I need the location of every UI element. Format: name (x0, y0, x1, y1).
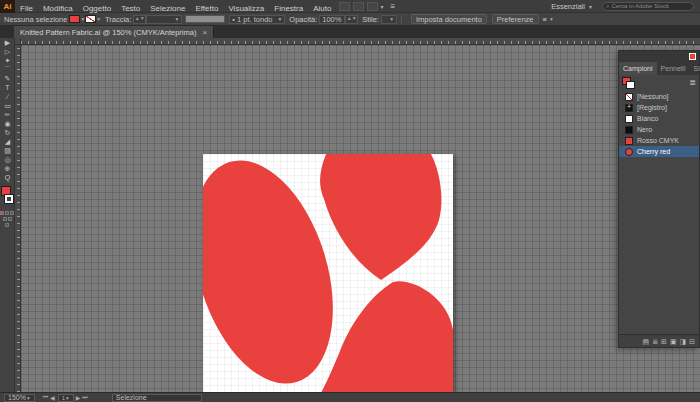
swatch-row[interactable]: Cherry red (619, 146, 699, 157)
screen-mode-button[interactable] (0, 223, 14, 227)
variable-width-profile-dropdown[interactable] (185, 15, 225, 23)
preferences-button[interactable]: Preferenze (492, 14, 539, 24)
prev-artboard-icon[interactable]: ◀ (50, 394, 55, 401)
swatch-row[interactable]: [Registro] (619, 102, 699, 113)
draw-mode-buttons[interactable] (0, 217, 14, 221)
scale-tool-icon[interactable]: ◢ (0, 137, 15, 146)
color-mode-icon[interactable] (0, 211, 4, 215)
fill-stroke-proxy[interactable] (0, 185, 15, 209)
document-tab[interactable]: Knitted Pattern Fabric.ai @ 150% (CMYK/A… (14, 26, 214, 38)
window-arrange-icon-2[interactable] (353, 2, 364, 11)
rectangle-tool-icon[interactable]: ▭ (0, 101, 15, 110)
pencil-tool-icon[interactable]: ◉ (0, 119, 15, 128)
delete-swatch-icon[interactable]: ⊟ (689, 335, 695, 348)
menu-oggetto[interactable]: Oggetto (78, 4, 116, 13)
adobe-stock-search[interactable]: ⌕ Cerca in Adobe Stock (602, 2, 694, 11)
workspace-switcher[interactable]: Essenziali ▾ (551, 2, 594, 11)
swatch-options-icon[interactable]: ⊞ (661, 335, 667, 348)
close-tab-icon[interactable]: × (202, 28, 207, 37)
new-swatch-icon[interactable]: ◨ (680, 335, 687, 348)
hand-tool-icon[interactable]: ⊕ (0, 164, 15, 173)
artboard[interactable] (203, 154, 453, 398)
menu-finestra[interactable]: Finestra (269, 4, 308, 13)
selection-tool-icon[interactable]: ▶ (0, 38, 15, 47)
extra-menu-icon[interactable]: ≡ (385, 0, 400, 13)
zoom-level-dropdown[interactable]: 150% ▾ (4, 394, 35, 402)
swatch-spot-red-icon (625, 148, 633, 156)
control-extra-caret-icon[interactable]: ▾ (550, 16, 553, 22)
menu-effetto[interactable]: Effetto (190, 4, 223, 13)
document-setup-button[interactable]: Imposta documento (411, 14, 487, 24)
tab-pennelli[interactable]: Pennelli (657, 62, 690, 75)
menu-modifica[interactable]: Modifica (38, 4, 78, 13)
artboard-number-dropdown[interactable]: 1 ▾ (58, 394, 74, 402)
stroke-caret-icon[interactable]: ▾ (97, 16, 100, 22)
stroke-color-swatch[interactable] (85, 15, 96, 23)
none-mode-icon[interactable] (10, 211, 14, 215)
lasso-tool-icon[interactable]: ⌒ (0, 65, 15, 74)
next-artboard-icon[interactable]: ▶ (76, 394, 81, 401)
panel-top-row: ≣ (619, 75, 699, 90)
control-separator (401, 15, 402, 24)
stroke-proxy-swatch[interactable] (4, 194, 14, 204)
swatch-row[interactable]: [Nessuno] (619, 91, 699, 102)
paintbrush-tool-icon[interactable]: ✏ (0, 110, 15, 119)
magic-wand-tool-icon[interactable]: ✦ (0, 56, 15, 65)
gradient-tool-icon[interactable]: ▨ (0, 146, 15, 155)
first-artboard-icon[interactable]: ⏮ (43, 394, 48, 401)
petal-top-right[interactable] (320, 154, 441, 280)
swatch-libraries-icon[interactable]: ▤ (643, 335, 650, 348)
fill-caret-icon[interactable]: ▾ (81, 16, 84, 22)
type-tool-icon[interactable]: T (0, 83, 15, 92)
menu-visualizza[interactable]: Visualizza (223, 4, 269, 13)
gradient-mode-icon[interactable] (5, 211, 9, 215)
panel-stroke-swatch[interactable] (626, 81, 635, 89)
draw-normal-icon[interactable] (3, 217, 7, 221)
tab-simboli[interactable]: Simboli (690, 62, 700, 75)
control-extra-icon[interactable]: ≡ (543, 15, 547, 24)
window-arrange-icon-3[interactable] (367, 2, 378, 11)
menu-aiuto[interactable]: Aiuto (308, 4, 336, 13)
opacity-field[interactable]: 100% (319, 15, 345, 24)
stroke-weight-dropdown[interactable]: ▾ (146, 15, 182, 24)
menu-testo[interactable]: Testo (116, 4, 145, 13)
panel-fill-stroke-proxy[interactable] (622, 77, 636, 89)
tab-campioni[interactable]: Campioni (619, 62, 657, 75)
line-segment-tool-icon[interactable]: ∕ (0, 92, 15, 101)
canvas-pasteboard[interactable] (21, 45, 700, 392)
opacity-stepper[interactable]: ▲▼ (345, 15, 358, 24)
panel-menu-icon[interactable]: ≣ (689, 78, 696, 87)
style-dropdown[interactable]: ▾ (381, 15, 397, 24)
artboard-caret-icon: ▾ (66, 395, 69, 401)
swatch-name: Bianco (637, 115, 658, 122)
swatch-name: Rosso CMYK (637, 137, 679, 144)
last-artboard-icon[interactable]: ⏭ (82, 394, 87, 401)
fill-color-swatch[interactable] (69, 15, 80, 23)
arrange-caret-icon[interactable]: ▾ (380, 3, 383, 10)
swatch-row[interactable]: Rosso CMYK (619, 135, 699, 146)
swatch-row[interactable]: Bianco (619, 113, 699, 124)
brush-definition-dropdown[interactable]: • 1 pt. tondo ▾ (229, 15, 285, 24)
horizontal-ruler[interactable] (21, 38, 700, 45)
direct-selection-tool-icon[interactable]: ▷ (0, 47, 15, 56)
status-readout[interactable]: Selezione (112, 394, 202, 402)
rotate-tool-icon[interactable]: ↻ (0, 128, 15, 137)
show-kinds-icon[interactable]: ≣ (652, 335, 658, 348)
new-color-group-icon[interactable]: ▣ (670, 335, 677, 348)
window-arrange-icon-1[interactable] (339, 2, 350, 11)
color-mode-buttons[interactable] (0, 211, 14, 215)
petal-bottom-right[interactable] (318, 281, 453, 398)
artboard-navigation: ⏮ ◀ 1 ▾ ▶ ⏭ (43, 394, 88, 402)
panel-header[interactable] (619, 51, 699, 62)
eyedropper-tool-icon[interactable]: ◎ (0, 155, 15, 164)
draw-behind-icon[interactable] (8, 217, 12, 221)
menu-file[interactable]: File (15, 4, 38, 13)
menu-selezione[interactable]: Selezione (145, 4, 190, 13)
pen-tool-icon[interactable]: ✎ (0, 74, 15, 83)
zoom-tool-icon[interactable]: Q (0, 173, 15, 182)
screen-mode-icon[interactable] (5, 223, 9, 227)
swatch-row[interactable]: Nero (619, 124, 699, 135)
vertical-ruler[interactable] (15, 45, 21, 392)
artwork[interactable] (203, 154, 453, 398)
stroke-weight-stepper[interactable]: ▲▼ (133, 15, 146, 24)
